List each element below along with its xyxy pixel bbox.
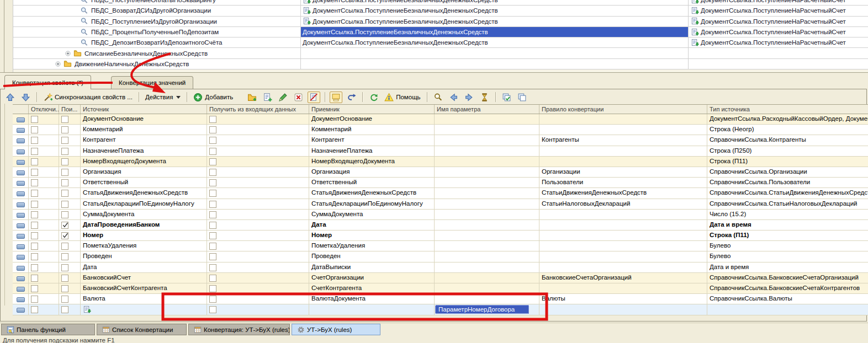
conversion-rule-cell[interactable]: СтатьиНалоговыхДеклараций: [539, 199, 707, 209]
param-name-cell[interactable]: ПараметрНомерДоговора: [435, 304, 539, 314]
search-checkbox[interactable]: [61, 243, 68, 250]
tree-row[interactable]: ПБДС_ПоступлениеОплатыПоЭквайрингу Докум…: [13, 0, 868, 6]
target-cell[interactable]: Проведен: [309, 251, 435, 261]
source-cell[interactable]: [81, 304, 207, 314]
grid-row[interactable]: СтатьяДекларацииПоЕдиномуНалогуСтатьяДек…: [13, 199, 868, 210]
grid-row[interactable]: ПометкаУдаленияПометкаУдаленияБулево: [13, 241, 868, 251]
get-from-input-cell[interactable]: [207, 262, 309, 272]
search-checkbox[interactable]: [61, 264, 68, 271]
param-name-cell[interactable]: [435, 262, 539, 272]
conversion-rule-cell[interactable]: Валюты: [539, 294, 707, 304]
disable-checkbox[interactable]: [31, 296, 38, 303]
source-cell[interactable]: БанковскийСчет: [81, 273, 207, 283]
tree-source-doc-cell[interactable]: ДокументСсылка.ПоступлениеБезналичныхДен…: [301, 17, 689, 26]
source-cell[interactable]: ДатаПроведенияБанком: [81, 220, 207, 230]
disable-cell[interactable]: [29, 114, 59, 124]
search-cell[interactable]: [59, 135, 81, 145]
source-type-cell[interactable]: СправочникСсылка.Валюты: [707, 294, 868, 304]
get-from-input-checkbox[interactable]: [209, 126, 216, 133]
param-name-cell[interactable]: [435, 167, 539, 177]
grid-row[interactable]: ВалютаВалютаДокументаВалютыСправочникСсы…: [13, 294, 868, 304]
help-button[interactable]: Помощь: [383, 92, 422, 103]
row-grip[interactable]: [13, 135, 29, 145]
undo-button[interactable]: [345, 92, 358, 103]
window-tab-4[interactable]: УТ->БуХ (rules): [292, 324, 380, 335]
source-type-cell[interactable]: Число (15.2): [707, 210, 868, 219]
conversion-rule-cell[interactable]: [539, 231, 707, 240]
disable-checkbox[interactable]: [31, 222, 38, 229]
get-from-input-cell[interactable]: [207, 125, 309, 135]
search-cell[interactable]: [59, 273, 81, 283]
disable-checkbox[interactable]: [31, 232, 38, 239]
tree-name-cell[interactable]: ПБДС_ПоступлениеОплатыПоЭквайрингу: [13, 0, 301, 5]
source-type-cell[interactable]: СправочникСсылка.Контрагенты: [707, 135, 868, 145]
get-from-input-checkbox[interactable]: [209, 190, 216, 197]
source-type-cell[interactable]: Строка (Неогр): [707, 125, 868, 135]
tree-source-doc-cell[interactable]: ДокументСсылка.ПоступлениеБезналичныхДен…: [301, 6, 689, 15]
conversion-rule-cell[interactable]: Пользователи: [539, 178, 707, 187]
search-cell[interactable]: [59, 262, 81, 272]
source-cell[interactable]: Проведен: [81, 251, 207, 261]
target-cell[interactable]: Организация: [309, 167, 435, 177]
search-checkbox[interactable]: [61, 211, 68, 218]
target-cell[interactable]: СтатьяДекларацииПоЕдиномуНалогу: [309, 199, 435, 209]
disable-cell[interactable]: [29, 220, 59, 230]
search-checkbox[interactable]: [61, 190, 68, 197]
tree-row[interactable]: СписаниеБезналичныхДенежныхСредств: [13, 48, 868, 58]
row-grip[interactable]: [13, 241, 29, 251]
source-type-cell[interactable]: СправочникСсылка.СтатьиДвиженияДенежныхС…: [707, 188, 868, 198]
row-grip[interactable]: [13, 273, 29, 283]
row-grip[interactable]: [13, 178, 29, 187]
conversion-rule-cell[interactable]: [539, 146, 707, 156]
target-cell[interactable]: ДатаВыписки: [309, 262, 435, 272]
disable-cell[interactable]: [29, 241, 59, 251]
sync-wand-button[interactable]: Синхронизация свойств ...: [41, 92, 134, 103]
get-from-input-cell[interactable]: [207, 283, 309, 293]
target-cell[interactable]: СтатьяДвиженияДенежныхСредств: [309, 188, 435, 198]
get-from-input-cell[interactable]: [207, 220, 309, 230]
row-grip[interactable]: [13, 167, 29, 177]
param-name-cell[interactable]: [435, 220, 539, 230]
source-type-cell[interactable]: СправочникСсылка.СтатьиНалоговыхДекларац…: [707, 199, 868, 209]
row-grip[interactable]: [13, 251, 29, 261]
param-name-cell[interactable]: [435, 283, 539, 293]
source-cell[interactable]: НомерВходящегоДокумента: [81, 157, 207, 167]
search-cell[interactable]: [59, 178, 81, 187]
row-grip[interactable]: [13, 283, 29, 293]
disable-checkbox[interactable]: [31, 148, 38, 155]
get-from-input-cell[interactable]: [207, 273, 309, 283]
tree-source-doc-cell[interactable]: ДокументСсылка.ПоступлениеБезналичныхДен…: [301, 0, 689, 5]
param-name-cell[interactable]: [435, 125, 539, 135]
source-type-cell[interactable]: ДокументСсылка.РасходныйКассовыйОрдер, Д…: [707, 114, 868, 124]
tree-source-doc-cell[interactable]: ДокументСсылка.ПоступлениеБезналичныхДен…: [301, 27, 689, 37]
get-from-input-checkbox[interactable]: [209, 296, 216, 303]
disable-checkbox[interactable]: [31, 137, 38, 144]
get-from-input-cell[interactable]: [207, 210, 309, 219]
target-cell[interactable]: СчетКонтрагента: [309, 283, 435, 293]
disable-cell[interactable]: [29, 188, 59, 198]
disable-checkbox[interactable]: [31, 285, 38, 292]
search-cell[interactable]: [59, 241, 81, 251]
target-cell[interactable]: ПометкаУдаления: [309, 241, 435, 251]
row-grip[interactable]: [13, 210, 29, 219]
search-checkbox[interactable]: [61, 306, 68, 313]
source-cell[interactable]: Ответственный: [81, 178, 207, 187]
disable-cell[interactable]: [29, 231, 59, 240]
get-from-input-cell[interactable]: [207, 199, 309, 209]
search-cell[interactable]: [59, 114, 81, 124]
disable-cell[interactable]: [29, 283, 59, 293]
tree-source-doc-cell[interactable]: ДокументСсылка.ПоступлениеБезналичныхДен…: [301, 37, 689, 47]
disable-cell[interactable]: [29, 199, 59, 209]
get-from-input-checkbox[interactable]: [209, 285, 216, 292]
disable-cell[interactable]: [29, 135, 59, 145]
find-button[interactable]: [432, 92, 444, 103]
target-cell[interactable]: ДокументОснование: [309, 114, 435, 124]
row-grip[interactable]: [13, 114, 29, 124]
search-checkbox[interactable]: [61, 116, 68, 123]
tree-name-cell[interactable]: ПБДС_ПоступлениеИзДругойОрганизации: [13, 17, 301, 26]
get-from-input-cell[interactable]: [207, 167, 309, 177]
target-cell[interactable]: Ответственный: [309, 178, 435, 187]
get-from-input-cell[interactable]: [207, 135, 309, 145]
grid-row[interactable]: КомментарийКомментарийСтрока (Неогр): [13, 125, 868, 135]
grid-row[interactable]: ДокументОснованиеДокументОснованиеДокуме…: [13, 114, 868, 125]
